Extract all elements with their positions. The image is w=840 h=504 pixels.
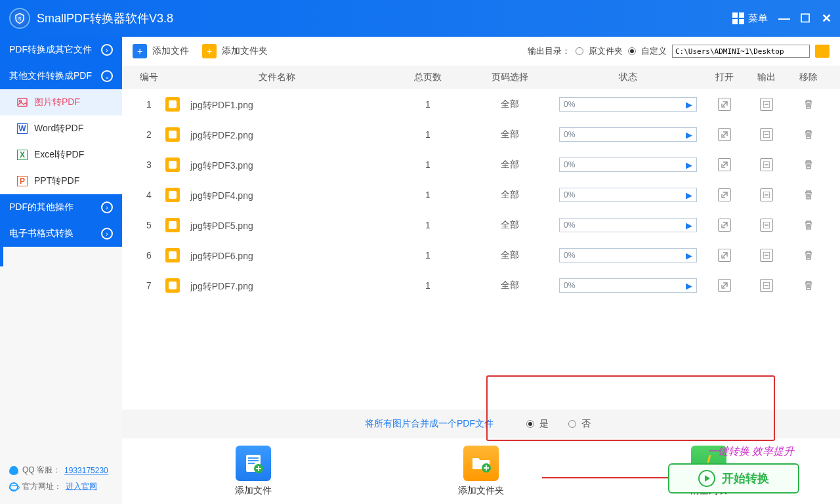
radio-merge-no[interactable] — [568, 420, 576, 428]
open-icon[interactable] — [718, 128, 731, 141]
output-icon[interactable] — [760, 219, 773, 232]
browse-folder-button[interactable] — [815, 45, 830, 58]
svg-rect-19 — [248, 460, 259, 461]
cell-delete — [788, 128, 830, 142]
play-icon[interactable]: ▶ — [686, 220, 692, 230]
progress-bar[interactable]: 0%▶ — [559, 188, 697, 202]
progress-bar[interactable]: 0%▶ — [559, 127, 697, 142]
promo-text: 一键转换 效率提升 — [707, 445, 794, 459]
maximize-button[interactable]: ☐ — [801, 14, 810, 23]
big-add-file-button[interactable]: 添加文件 — [235, 446, 272, 497]
trash-icon[interactable] — [802, 249, 815, 262]
cell-name: jpg转PDF1.png — [165, 97, 388, 112]
sidebar-item-word-to-pdf[interactable]: W Word转PDF — [0, 116, 122, 142]
add-folder-button[interactable]: + 添加文件夹 — [202, 44, 268, 58]
cell-page-select[interactable]: 全部 — [467, 129, 553, 140]
output-path-input[interactable] — [672, 45, 810, 58]
play-icon[interactable]: ▶ — [686, 100, 692, 110]
output-icon[interactable] — [760, 158, 773, 171]
col-name: 文件名称 — [165, 72, 388, 83]
play-icon[interactable]: ▶ — [686, 281, 692, 291]
cell-page-select[interactable]: 全部 — [467, 249, 553, 261]
cell-page-select[interactable]: 全部 — [467, 159, 553, 171]
trash-icon[interactable] — [802, 188, 815, 201]
start-convert-button[interactable]: 开始转换 — [668, 463, 799, 494]
merge-no-label: 否 — [581, 418, 591, 430]
cell-num: 6 — [133, 250, 165, 261]
progress-bar[interactable]: 0%▶ — [559, 97, 697, 112]
sidebar-cat-label: 电子书格式转换 — [9, 228, 74, 240]
cell-page-select[interactable]: 全部 — [467, 189, 553, 201]
big-add-folder-button[interactable]: 添加文件夹 — [458, 446, 504, 497]
sidebar-item-ppt-to-pdf[interactable]: P PPT转PDF — [0, 168, 122, 194]
close-button[interactable]: ✕ — [822, 14, 831, 23]
image-file-icon — [165, 188, 180, 202]
sidebar-cat-other-to-pdf[interactable]: 其他文件转换成PDF ⌄ — [0, 63, 122, 89]
qq-link[interactable]: 1933175230 — [64, 466, 108, 475]
opt-source-label: 原文件夹 — [589, 45, 623, 57]
cell-page-select[interactable]: 全部 — [467, 98, 553, 110]
trash-icon[interactable] — [802, 158, 815, 171]
add-file-button[interactable]: + 添加文件 — [133, 44, 189, 58]
open-icon[interactable] — [718, 279, 731, 292]
output-icon[interactable] — [760, 98, 773, 111]
cell-pages: 1 — [388, 280, 467, 291]
trash-icon[interactable] — [802, 219, 815, 232]
menu-label: 菜单 — [748, 12, 768, 25]
cell-num: 1 — [133, 99, 165, 110]
table-row: 4jpg转PDF4.png1全部0%▶ — [122, 180, 840, 210]
open-icon[interactable] — [718, 249, 731, 262]
play-icon[interactable]: ▶ — [686, 160, 692, 170]
progress-bar[interactable]: 0%▶ — [559, 218, 697, 232]
image-file-icon — [165, 97, 180, 112]
big-add-file-label: 添加文件 — [235, 485, 272, 497]
minimize-button[interactable]: — — [780, 14, 789, 23]
file-plus-icon — [236, 446, 271, 481]
sidebar-cat-pdf-to-other[interactable]: PDF转换成其它文件 › — [0, 37, 122, 63]
open-icon[interactable] — [718, 219, 731, 232]
site-label: 官方网址： — [22, 481, 62, 492]
col-sel: 页码选择 — [467, 72, 553, 83]
sidebar-cat-ebook[interactable]: 电子书格式转换 › — [0, 220, 122, 247]
trash-icon[interactable] — [802, 98, 815, 111]
cell-name: jpg转PDF5.png — [165, 218, 388, 232]
cell-status: 0%▶ — [553, 278, 704, 293]
sidebar-item-label: Word转PDF — [34, 123, 83, 135]
sidebar: PDF转换成其它文件 › 其他文件转换成PDF ⌄ 图片转PDF W Word转… — [0, 37, 122, 504]
sidebar-item-excel-to-pdf[interactable]: X Excel转PDF — [0, 142, 122, 168]
trash-icon[interactable] — [802, 279, 815, 292]
output-icon[interactable] — [760, 128, 773, 141]
cell-name: jpg转PDF3.png — [165, 158, 388, 172]
play-icon[interactable]: ▶ — [686, 130, 692, 140]
menu-button[interactable]: 菜单 — [732, 12, 768, 25]
sidebar-cat-pdf-other-ops[interactable]: PDF的其他操作 › — [0, 194, 122, 220]
sidebar-item-image-to-pdf[interactable]: 图片转PDF — [0, 89, 122, 116]
cell-page-select[interactable]: 全部 — [467, 219, 553, 231]
radio-source-folder[interactable] — [576, 47, 583, 55]
svg-rect-18 — [248, 457, 259, 459]
sidebar-item-label: 图片转PDF — [34, 96, 80, 108]
output-icon[interactable] — [760, 188, 773, 201]
open-icon[interactable] — [718, 158, 731, 171]
cell-output — [746, 279, 788, 292]
table-body: 1jpg转PDF1.png1全部0%▶2jpg转PDF2.png1全部0%▶3j… — [122, 89, 840, 410]
play-icon[interactable]: ▶ — [686, 190, 692, 200]
progress-bar[interactable]: 0%▶ — [559, 158, 697, 172]
output-icon[interactable] — [760, 279, 773, 292]
col-status: 状态 — [553, 72, 704, 83]
open-icon[interactable] — [718, 98, 731, 111]
radio-merge-yes[interactable] — [526, 420, 534, 428]
output-icon[interactable] — [760, 249, 773, 262]
site-link[interactable]: 进入官网 — [66, 481, 97, 492]
open-icon[interactable] — [718, 188, 731, 201]
progress-bar[interactable]: 0%▶ — [559, 278, 697, 293]
trash-icon[interactable] — [802, 128, 815, 141]
cell-page-select[interactable]: 全部 — [467, 280, 553, 291]
play-icon[interactable]: ▶ — [686, 251, 692, 261]
progress-bar[interactable]: 0%▶ — [559, 248, 697, 262]
radio-custom-folder[interactable] — [628, 47, 636, 55]
add-folder-label: 添加文件夹 — [222, 45, 268, 57]
chevron-right-icon: › — [101, 44, 113, 56]
cell-num: 5 — [133, 220, 165, 230]
content: + 添加文件 + 添加文件夹 输出目录： 原文件夹 自定义 编号 文件名称 总页… — [122, 37, 840, 504]
